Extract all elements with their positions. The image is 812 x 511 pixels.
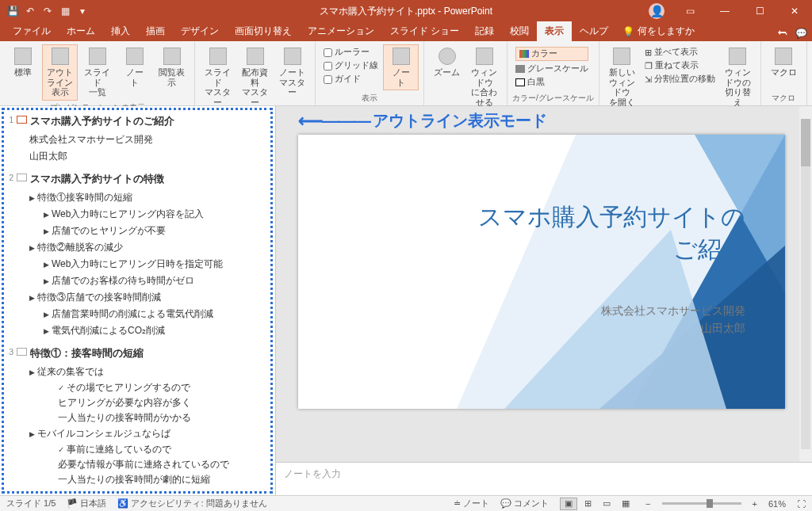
outline-item[interactable]: 特徴③店舗での接客時間削減 xyxy=(29,291,267,304)
outline-item[interactable]: 山田太郎 xyxy=(29,150,267,163)
account-avatar-icon[interactable]: 👤 xyxy=(649,3,665,19)
lightbulb-icon: 💡 xyxy=(622,26,634,37)
btn-outline-view[interactable]: アウトライン表示 xyxy=(42,44,78,101)
btn-fit-window[interactable]: ウィンドウに合わせる xyxy=(466,44,502,110)
outline-item[interactable]: Web入力時にヒアリング日時を指定可能 xyxy=(29,257,267,271)
zoom-in-icon[interactable]: + xyxy=(753,499,757,509)
outline-item[interactable]: 従来の集客では xyxy=(29,365,267,379)
status-notes-toggle[interactable]: ≐ ノート xyxy=(454,498,489,509)
tab-record[interactable]: 記録 xyxy=(467,21,502,41)
chk-gridlines[interactable]: グリッド線 xyxy=(324,60,378,71)
status-slide-number[interactable]: スライド 1/5 xyxy=(6,498,56,509)
redo-icon[interactable]: ↷ xyxy=(41,5,54,17)
outline-slide-title[interactable]: スマホ購入予約サイトのご紹介 xyxy=(30,115,174,128)
qat-more-icon[interactable]: ▾ xyxy=(76,5,89,17)
opt-color[interactable]: カラー xyxy=(515,47,588,61)
outline-item[interactable]: 店舗営業時間の削減による電気代削減 xyxy=(29,307,267,321)
quick-access-toolbar: 💾 ↶ ↷ ▦ ▾ xyxy=(0,5,95,17)
outline-slide-title[interactable]: スマホ購入予約サイトの特徴 xyxy=(30,173,164,186)
ribbon-options-icon[interactable]: ▭ xyxy=(672,0,707,22)
outline-item[interactable]: 必要な情報が事前に連絡されているので xyxy=(29,459,267,471)
tab-review[interactable]: 校閲 xyxy=(502,21,537,41)
btn-arrange-all[interactable]: ⊞並べて表示 xyxy=(645,47,715,58)
status-accessibility[interactable]: ♿ アクセシビリティ: 問題ありません xyxy=(117,498,266,509)
slide-vertical-scrollbar[interactable] xyxy=(799,106,812,462)
status-language[interactable]: 🏴 日本語 xyxy=(67,498,106,509)
tab-design[interactable]: デザイン xyxy=(173,21,227,41)
outline-highlight-frame: 1スマホ購入予約サイトのご紹介株式会社スマホサービス開発山田太郎2スマホ購入予約… xyxy=(2,108,273,494)
tab-home[interactable]: ホーム xyxy=(59,21,103,41)
btn-slide-sorter[interactable]: スライド一覧 xyxy=(79,44,115,101)
outline-item[interactable]: 電気代削減によるCO₂削減 xyxy=(29,324,267,337)
view-sorter-icon[interactable]: ⊞ xyxy=(579,498,596,510)
btn-notes-page[interactable]: ノート xyxy=(117,44,152,90)
btn-zoom[interactable]: ズーム xyxy=(429,44,465,81)
zoom-out-icon[interactable]: − xyxy=(645,499,650,509)
opt-grayscale[interactable]: グレースケール xyxy=(515,63,588,74)
slide-stage[interactable]: スマホ購入予約サイトの ご紹介 株式会社スマホサービス開発 山田太郎 xyxy=(276,106,812,462)
outline-item[interactable]: ヒアリングが必要な内容が多く xyxy=(29,397,267,409)
minimize-icon[interactable]: — xyxy=(707,0,742,22)
btn-cascade[interactable]: ❐重ねて表示 xyxy=(645,60,715,71)
opt-bw[interactable]: 白黒 xyxy=(515,77,588,88)
btn-reading-view[interactable]: 閲覧表示 xyxy=(154,44,190,90)
chk-ruler[interactable]: ルーラー xyxy=(324,47,378,58)
close-icon[interactable]: ✕ xyxy=(777,0,812,22)
outline-item[interactable]: 株式会社スマホサービス開発 xyxy=(29,133,267,147)
tab-animations[interactable]: アニメーション xyxy=(300,21,382,41)
undo-icon[interactable]: ↶ xyxy=(24,5,36,17)
btn-move-split[interactable]: ⇲分割位置の移動 xyxy=(645,74,715,85)
view-normal-icon[interactable]: ▣ xyxy=(560,498,577,510)
fit-to-window-icon[interactable]: ⛶ xyxy=(797,499,806,509)
slide-preview[interactable]: スマホ購入予約サイトの ご紹介 株式会社スマホサービス開発 山田太郎 xyxy=(298,135,785,409)
btn-notes-toggle[interactable]: ノート xyxy=(383,44,419,90)
outline-slide[interactable]: 2スマホ購入予約サイトの特徴特徴①接客時間の短縮Web入力時にヒアリング内容を記… xyxy=(6,171,267,337)
group-presentation-views: 標準 アウトライン表示 スライド一覧 ノート 閲覧表示 プレゼンテーションの表示 xyxy=(0,41,195,105)
comments-icon[interactable]: 💬 xyxy=(795,28,807,39)
chk-guides[interactable]: ガイド xyxy=(324,74,378,85)
view-slideshow-icon[interactable]: ▦ xyxy=(617,498,634,510)
outline-item[interactable]: 店舗でのお客様の待ち時間がゼロ xyxy=(29,274,267,288)
tell-me[interactable]: 💡 何をしますか xyxy=(616,25,701,41)
tab-file[interactable]: ファイル xyxy=(5,21,59,41)
zoom-slider[interactable] xyxy=(662,502,741,505)
outline-slide-title[interactable]: 特徴①：接客時間の短縮 xyxy=(30,347,144,360)
outline-slide[interactable]: 3特徴①：接客時間の短縮従来の集客ではその場でヒアリングするのでヒアリングが必要… xyxy=(6,345,267,486)
status-comments-toggle[interactable]: 💬 コメント xyxy=(500,498,549,509)
outline-item[interactable]: 特徴②離脱客の減少 xyxy=(29,241,267,254)
tab-transitions[interactable]: 画面切り替え xyxy=(227,21,300,41)
outline-pane[interactable]: 1スマホ購入予約サイトのご紹介株式会社スマホサービス開発山田太郎2スマホ購入予約… xyxy=(0,106,276,495)
work-area: 1スマホ購入予約サイトのご紹介株式会社スマホサービス開発山田太郎2スマホ購入予約… xyxy=(0,106,812,495)
btn-switch-windows[interactable]: ウィンドウの切り替え xyxy=(720,44,756,110)
outline-item[interactable]: Web入力時にヒアリング内容を記入 xyxy=(29,208,267,221)
outline-item[interactable]: 一人当たりの接客時間が劇的に短縮 xyxy=(29,474,267,486)
tab-draw[interactable]: 描画 xyxy=(138,21,173,41)
tab-help[interactable]: ヘルプ xyxy=(572,21,616,41)
slide-thumb-icon xyxy=(17,174,27,181)
outline-item[interactable]: 特徴①接客時間の短縮 xyxy=(29,191,267,204)
save-icon[interactable]: 💾 xyxy=(6,5,19,17)
maximize-icon[interactable]: ☐ xyxy=(742,0,777,22)
share-icon[interactable]: ⮪ xyxy=(778,28,787,39)
view-reading-icon[interactable]: ▭ xyxy=(598,498,615,510)
outline-item[interactable]: モバイルコンシェルジュならば xyxy=(29,427,267,440)
zoom-percent[interactable]: 61% xyxy=(768,499,786,509)
btn-notes-master[interactable]: ノートマスター xyxy=(274,44,310,101)
btn-new-window[interactable]: 新しいウィンドウを開く xyxy=(604,44,640,110)
outline-slide[interactable]: 1スマホ購入予約サイトのご紹介株式会社スマホサービス開発山田太郎 xyxy=(6,113,267,163)
tab-insert[interactable]: 挿入 xyxy=(103,21,138,41)
btn-handout-master[interactable]: 配布資料マスター xyxy=(237,44,273,110)
tab-view[interactable]: 表示 xyxy=(537,21,572,41)
notes-pane[interactable]: ノートを入力 xyxy=(276,462,812,495)
btn-normal-view[interactable]: 標準 xyxy=(5,44,40,81)
btn-macros[interactable]: マクロ xyxy=(766,44,802,81)
tab-slideshow[interactable]: スライド ショー xyxy=(382,21,467,41)
outline-item[interactable]: 店舗でのヒヤリングが不要 xyxy=(29,224,267,238)
ribbon: 標準 アウトライン表示 スライド一覧 ノート 閲覧表示 プレゼンテーションの表示… xyxy=(0,41,812,106)
btn-slide-master[interactable]: スライドマスター xyxy=(200,44,236,110)
slideshow-icon[interactable]: ▦ xyxy=(59,5,71,17)
group-zoom: ズーム ウィンドウに合わせる ズーム xyxy=(424,41,508,105)
outline-item[interactable]: 事前に連絡しているので xyxy=(29,444,267,456)
outline-item[interactable]: 一人当たりの接客時間がかかる xyxy=(29,412,267,424)
outline-item[interactable]: その場でヒアリングするので xyxy=(29,382,267,394)
